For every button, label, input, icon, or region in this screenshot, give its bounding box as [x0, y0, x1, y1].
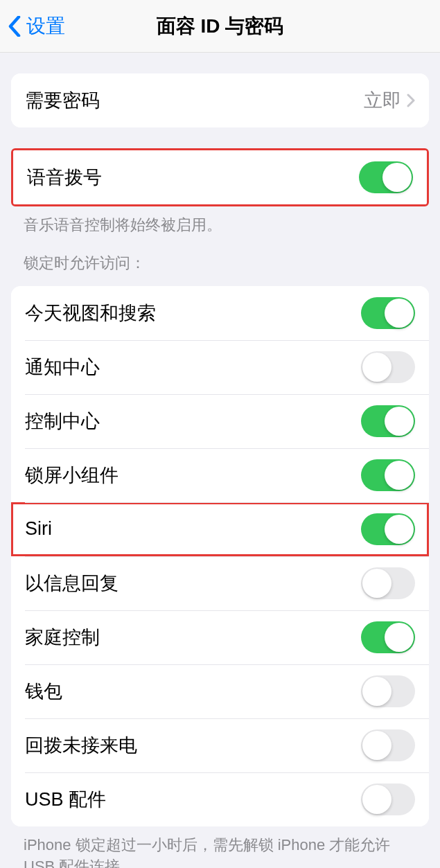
row-lock-item: 通知中心: [11, 340, 429, 394]
voice-dial-toggle[interactable]: [359, 161, 413, 193]
row-lock-item: USB 配件: [11, 772, 429, 826]
group-require-passcode: 需要密码 立即: [11, 73, 429, 127]
row-lock-item: 锁屏小组件: [11, 448, 429, 502]
lock-item-label: 锁屏小组件: [25, 463, 118, 488]
row-lock-item: 今天视图和搜索: [11, 286, 429, 340]
page-title: 面容 ID 与密码: [0, 13, 440, 39]
require-passcode-value: 立即: [364, 88, 415, 113]
lock-item-toggle[interactable]: [361, 675, 415, 707]
row-require-passcode[interactable]: 需要密码 立即: [11, 73, 429, 127]
lock-item-toggle[interactable]: [361, 405, 415, 437]
require-passcode-label: 需要密码: [25, 88, 100, 113]
lock-item-label: 钱包: [25, 679, 62, 704]
lock-item-toggle[interactable]: [361, 567, 415, 599]
voice-dial-footer: 音乐语音控制将始终被启用。: [0, 206, 440, 236]
lock-item-label: USB 配件: [25, 787, 106, 812]
lock-item-label: 回拨未接来电: [25, 733, 137, 758]
lock-item-toggle[interactable]: [361, 783, 415, 815]
chevron-right-icon: [407, 94, 415, 107]
row-lock-item: 以信息回复: [11, 556, 429, 610]
row-lock-item: Siri: [11, 502, 429, 556]
lock-item-toggle[interactable]: [361, 729, 415, 761]
voice-dial-label: 语音拨号: [27, 165, 102, 190]
lock-item-label: 家庭控制: [25, 625, 100, 650]
row-voice-dial: 语音拨号: [13, 150, 427, 204]
navbar: 设置 面容 ID 与密码: [0, 0, 440, 53]
lock-item-toggle[interactable]: [361, 459, 415, 491]
back-label: 设置: [26, 13, 65, 39]
lock-item-label: 以信息回复: [25, 571, 118, 596]
lock-item-toggle[interactable]: [361, 621, 415, 653]
row-lock-item: 控制中心: [11, 394, 429, 448]
lock-item-label: Siri: [25, 518, 52, 540]
row-lock-item: 钱包: [11, 664, 429, 718]
lock-item-label: 控制中心: [25, 409, 100, 434]
group-lock-access: 今天视图和搜索通知中心控制中心锁屏小组件Siri以信息回复家庭控制钱包回拨未接来…: [11, 286, 429, 826]
lock-access-footer: iPhone 锁定超过一小时后，需先解锁 iPhone 才能允许 USB 配件连…: [0, 826, 440, 868]
lock-item-label: 通知中心: [25, 355, 100, 380]
row-lock-item: 家庭控制: [11, 610, 429, 664]
group-voice-dial: 语音拨号: [11, 148, 429, 206]
lock-item-label: 今天视图和搜索: [25, 301, 156, 326]
require-passcode-value-text: 立即: [364, 88, 401, 113]
lock-access-header: 锁定时允许访问：: [0, 236, 440, 279]
content: 需要密码 立即 语音拨号 音乐语音控制将始终被启用。 锁定时允许访问： 今天视图…: [0, 73, 440, 868]
lock-item-toggle[interactable]: [361, 351, 415, 383]
lock-item-toggle[interactable]: [361, 297, 415, 329]
row-lock-item: 回拨未接来电: [11, 718, 429, 772]
chevron-left-icon: [8, 16, 21, 37]
lock-item-toggle[interactable]: [361, 513, 415, 545]
back-button[interactable]: 设置: [0, 13, 65, 39]
